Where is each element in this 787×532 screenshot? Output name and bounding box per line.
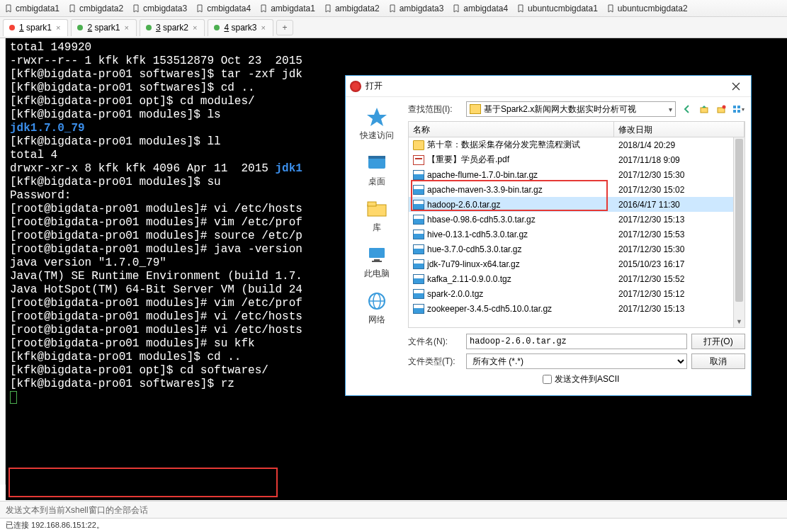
status-dot-icon xyxy=(214,25,220,30)
ascii-checkbox[interactable] xyxy=(543,375,552,384)
file-row[interactable]: hive-0.13.1-cdh5.3.0.tar.gz 2017/12/30 1… xyxy=(409,227,744,242)
svg-rect-17 xyxy=(737,110,740,113)
dialog-icon xyxy=(350,81,361,92)
bookmark-cmbigdata2[interactable]: cmbigdata2 xyxy=(68,4,123,13)
connection-bar: 已连接 192.168.86.151:22。 xyxy=(0,518,787,532)
session-tab-bar: 1 spark1 × 2 spark1 × 3 spark2 × 4 spark… xyxy=(0,17,787,38)
svg-point-13 xyxy=(723,106,726,109)
tab-spark1-1[interactable]: 1 spark1 × xyxy=(3,19,68,36)
cancel-button[interactable]: 取消 xyxy=(691,353,745,369)
close-icon[interactable] xyxy=(725,78,747,95)
svg-rect-15 xyxy=(737,106,740,108)
tab-spark2-3[interactable]: 3 spark2 × xyxy=(140,19,205,36)
place-this-pc[interactable]: 此电脑 xyxy=(346,244,408,280)
file-list-header[interactable]: 名称 修改日期 xyxy=(409,122,744,137)
back-icon[interactable] xyxy=(680,102,694,116)
look-in-combo[interactable]: 基于Spark2.x新闻网大数据实时分析可视 ▾ xyxy=(466,101,676,117)
bookmark-cmbigdata3[interactable]: cmbigdata3 xyxy=(132,4,187,13)
place-desktop[interactable]: 桌面 xyxy=(346,152,408,188)
svg-rect-2 xyxy=(368,156,385,159)
bookmark-bar: cmbigdata1cmbigdata2cmbigdata3cmbigdata4… xyxy=(0,0,787,17)
ascii-label: 发送文件到ASCII xyxy=(555,373,619,385)
bookmark-ubuntucmbigdata1[interactable]: ubuntucmbigdata1 xyxy=(516,4,598,13)
svg-rect-14 xyxy=(733,106,736,108)
bookmark-ambigdata3[interactable]: ambigdata3 xyxy=(388,4,444,13)
svg-rect-11 xyxy=(701,108,708,113)
dialog-title-text: 打开 xyxy=(366,80,383,92)
status-dot-icon xyxy=(146,25,152,30)
file-row[interactable]: 第十章：数据采集存储分发完整流程测试 2018/1/4 20:29 xyxy=(409,137,744,152)
close-icon[interactable]: × xyxy=(261,23,266,32)
close-icon[interactable]: × xyxy=(193,23,197,32)
bookmark-ambigdata1[interactable]: ambigdata1 xyxy=(259,4,315,13)
file-row[interactable]: zookeeper-3.4.5-cdh5.10.0.tar.gz 2017/12… xyxy=(409,301,744,316)
bookmark-ubuntucmbigdata2[interactable]: ubuntucmbigdata2 xyxy=(606,4,688,13)
status-dot-icon xyxy=(9,25,15,30)
zip-icon xyxy=(413,304,424,314)
dialog-titlebar[interactable]: 打开 xyxy=(346,76,751,97)
bookmark-ambigdata4[interactable]: ambigdata4 xyxy=(452,4,508,13)
places-panel: 快速访问 桌面 库 此电脑 网络 xyxy=(346,97,408,395)
bookmark-cmbigdata1[interactable]: cmbigdata1 xyxy=(4,4,60,13)
up-icon[interactable] xyxy=(697,102,711,116)
svg-rect-16 xyxy=(733,110,736,113)
close-icon[interactable]: × xyxy=(56,23,60,32)
look-in-value: 基于Spark2.x新闻网大数据实时分析可视 xyxy=(484,103,636,115)
tab-spark3-4[interactable]: 4 spark3 × xyxy=(208,19,273,36)
new-folder-icon[interactable] xyxy=(714,102,728,116)
file-row[interactable]: jdk-7u79-linux-x64.tar.gz 2015/10/23 16:… xyxy=(409,256,744,271)
file-row[interactable]: hue-3.7.0-cdh5.3.0.tar.gz 2017/12/30 15:… xyxy=(409,242,744,256)
filename-input[interactable] xyxy=(466,334,687,349)
bookmark-cmbigdata4[interactable]: cmbigdata4 xyxy=(196,4,251,13)
place-quick-access[interactable]: 快速访问 xyxy=(346,106,408,142)
zip-icon xyxy=(413,289,424,299)
status-text: 发送文本到当前Xshell窗口的全部会话 xyxy=(6,505,148,515)
bookmark-ambigdata2[interactable]: ambigdata2 xyxy=(324,4,380,13)
highlight-box-hadoop xyxy=(411,180,608,211)
col-name[interactable]: 名称 xyxy=(409,122,614,137)
look-in-label: 查找范围(I): xyxy=(408,103,462,115)
status-dot-icon xyxy=(77,25,83,30)
filetype-label: 文件类型(T): xyxy=(408,356,462,368)
zip-icon xyxy=(413,244,424,254)
scrollbar-vertical[interactable]: ▲ ▼ xyxy=(733,137,744,327)
svg-rect-4 xyxy=(368,202,376,206)
zip-icon xyxy=(413,215,424,225)
close-icon[interactable]: × xyxy=(125,23,129,32)
chevron-down-icon[interactable]: ▾ xyxy=(669,106,672,113)
views-icon[interactable]: ▾ xyxy=(731,102,745,116)
pdf-icon xyxy=(413,155,424,165)
scrollbar-thumb[interactable] xyxy=(735,139,743,302)
file-row[interactable]: hbase-0.98.6-cdh5.3.0.tar.gz 2017/12/30 … xyxy=(409,212,744,227)
open-button[interactable]: 打开(O) xyxy=(691,334,745,349)
scroll-down-icon[interactable]: ▼ xyxy=(734,316,744,327)
connection-text: 已连接 192.168.86.151:22。 xyxy=(6,521,104,529)
file-row[interactable]: spark-2.0.0.tgz 2017/12/30 15:12 xyxy=(409,286,744,301)
svg-rect-5 xyxy=(369,248,385,258)
folder-icon xyxy=(413,140,424,150)
left-gutter xyxy=(0,38,6,485)
zip-icon xyxy=(413,170,424,180)
filename-label: 文件名(N): xyxy=(408,336,462,348)
file-list: 名称 修改日期 第十章：数据采集存储分发完整流程测试 2018/1/4 20:2… xyxy=(408,121,745,328)
svg-rect-7 xyxy=(372,261,382,262)
filetype-select[interactable]: 所有文件 (*.*) xyxy=(466,353,687,369)
tab-spark1-2[interactable]: 2 spark1 × xyxy=(71,19,136,36)
svg-marker-0 xyxy=(367,108,387,126)
file-open-dialog: 打开 快速访问 桌面 库 此电脑 网络 xyxy=(345,75,752,396)
highlight-box-rz xyxy=(9,468,278,497)
col-date[interactable]: 修改日期 xyxy=(614,122,744,137)
zip-icon xyxy=(413,274,424,284)
folder-icon xyxy=(470,104,481,114)
status-bar: 发送文本到当前Xshell窗口的全部会话 xyxy=(0,501,787,518)
zip-icon xyxy=(413,259,424,269)
place-libraries[interactable]: 库 xyxy=(346,198,408,234)
place-network[interactable]: 网络 xyxy=(346,290,408,326)
zip-icon xyxy=(413,230,424,239)
add-tab-button[interactable]: + xyxy=(276,20,293,35)
file-row[interactable]: 【重要】学员必看.pdf 2017/11/18 9:09 xyxy=(409,152,744,167)
file-row[interactable]: kafka_2.11-0.9.0.0.tgz 2017/12/30 15:52 xyxy=(409,271,744,286)
svg-rect-6 xyxy=(374,259,380,261)
